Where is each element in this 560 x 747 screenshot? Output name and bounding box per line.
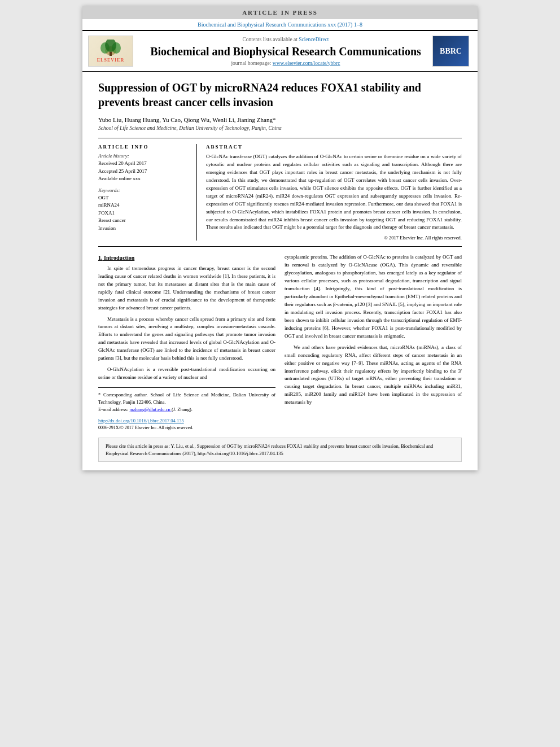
journal-center-header: Contents lists available at ScienceDirec… <box>139 37 432 66</box>
corresponding-author-note: * Corresponding author. School of Life S… <box>98 391 275 406</box>
article-info-column: ARTICLE INFO Article history: Received 2… <box>98 144 197 241</box>
journal-citation-line: Biochemical and Biophysical Research Com… <box>82 19 478 30</box>
keyword-foxa1: FOXA1 <box>98 209 190 217</box>
email-label: E-mail address: <box>98 407 128 412</box>
contents-available-line: Contents lists available at ScienceDirec… <box>145 37 427 42</box>
email-line: E-mail address: jnzhang@dlut.edu.cn (J. … <box>98 406 275 413</box>
abstract-text: O-GlcNAc transferase (OGT) catalyzes the… <box>206 153 462 231</box>
banner-text: ARTICLE IN PRESS <box>242 9 318 16</box>
journal-full-title: Biochemical and Biophysical Research Com… <box>145 45 427 58</box>
elsevier-brand-text: ELSEVIER <box>97 58 124 63</box>
keywords-label: Keywords: <box>98 187 190 193</box>
keyword-mirna24: miRNA24 <box>98 202 190 209</box>
intro-paragraph-1: In spite of tremendous progress in cance… <box>98 265 275 312</box>
section1-number-title: 1. Introduction <box>98 255 134 261</box>
intro-paragraph-2: Metastasis is a process whereby cancer c… <box>98 316 275 363</box>
body-col-right: cytoplasmic proteins. The addition of O-… <box>285 254 462 431</box>
email-link[interactable]: jnzhang@dlut.edu.cn <box>129 407 172 412</box>
abstract-label: ABSTRACT <box>206 144 462 150</box>
elsevier-logo: ELSEVIER <box>88 36 133 67</box>
footnote-section: * Corresponding author. School of Life S… <box>98 387 275 413</box>
keyword-breast-cancer: Breast cancer <box>98 217 190 225</box>
article-in-press-banner: ARTICLE IN PRESS <box>82 6 478 19</box>
elsevier-logo-container: ELSEVIER <box>88 36 139 67</box>
body-content: 1. Introduction In spite of tremendous p… <box>98 254 462 431</box>
bbrc-logo-container: BBRC <box>432 36 472 67</box>
received-date: Received 20 April 2017 <box>98 160 190 168</box>
available-date: Available online xxx <box>98 175 190 183</box>
affiliation: School of Life Science and Medicine, Dal… <box>98 125 462 131</box>
doi-link[interactable]: http://dx.doi.org/10.1016/j.bbrc.2017.04… <box>98 418 184 423</box>
article-info-label: ARTICLE INFO <box>98 144 190 150</box>
page: ARTICLE IN PRESS Biochemical and Biophys… <box>82 6 478 470</box>
journal-masthead: ELSEVIER Contents lists available at Sci… <box>82 30 478 72</box>
citation-text: Biochemical and Biophysical Research Com… <box>198 21 362 28</box>
bbrc-logo: BBRC <box>432 36 469 67</box>
sciencedirect-link[interactable]: ScienceDirect <box>299 37 329 42</box>
issn-line: 0006-291X/© 2017 Elsevier Inc. All right… <box>98 425 275 431</box>
keyword-invasion: Invasion <box>98 225 190 233</box>
elsevier-tree-icon <box>97 40 125 56</box>
col2-paragraph-1: cytoplasmic proteins. The addition of O-… <box>285 254 462 340</box>
svg-rect-4 <box>110 52 112 56</box>
keyword-ogt: OGT <box>98 194 190 202</box>
article-content: Suppression of OGT by microRNA24 reduces… <box>82 72 478 470</box>
copyright-line: © 2017 Elsevier Inc. All rights reserved… <box>206 235 462 241</box>
citation-bar: Please cite this article in press as: Y.… <box>98 438 462 462</box>
keywords-section: Keywords: OGT miRNA24 FOXA1 Breast cance… <box>98 187 190 233</box>
authors-text: Yubo Liu, Huang Huang, Yu Cao, Qiong Wu,… <box>98 116 275 123</box>
accepted-date: Accepted 25 April 2017 <box>98 168 190 176</box>
contents-text: Contents lists available at <box>242 37 297 42</box>
history-label: Article history: <box>98 153 190 159</box>
email-suffix: (J. Zhang). <box>172 407 193 412</box>
article-info-abstract-section: ARTICLE INFO Article history: Received 2… <box>98 138 462 247</box>
intro-paragraph-3: O-GlcNAcylation is a reversible post-tra… <box>98 366 275 382</box>
article-title: Suppression of OGT by microRNA24 reduces… <box>98 80 462 110</box>
journal-homepage-line: journal homepage: www.elsevier.com/locat… <box>145 60 427 66</box>
abstract-column: ABSTRACT O-GlcNAc transferase (OGT) cata… <box>206 144 462 241</box>
bbrc-label: BBRC <box>440 47 462 56</box>
citation-text: Please cite this article in press as: Y.… <box>106 443 433 456</box>
article-history: Article history: Received 20 April 2017 … <box>98 153 190 183</box>
section1-heading: 1. Introduction <box>98 254 275 263</box>
journal-homepage-link[interactable]: www.elsevier.com/locate/ybbrc <box>273 60 340 66</box>
authors: Yubo Liu, Huang Huang, Yu Cao, Qiong Wu,… <box>98 116 462 123</box>
body-col-left: 1. Introduction In spite of tremendous p… <box>98 254 275 431</box>
doi-section: http://dx.doi.org/10.1016/j.bbrc.2017.04… <box>98 417 275 425</box>
col2-paragraph-2: We and others have provided evidences th… <box>285 344 462 407</box>
